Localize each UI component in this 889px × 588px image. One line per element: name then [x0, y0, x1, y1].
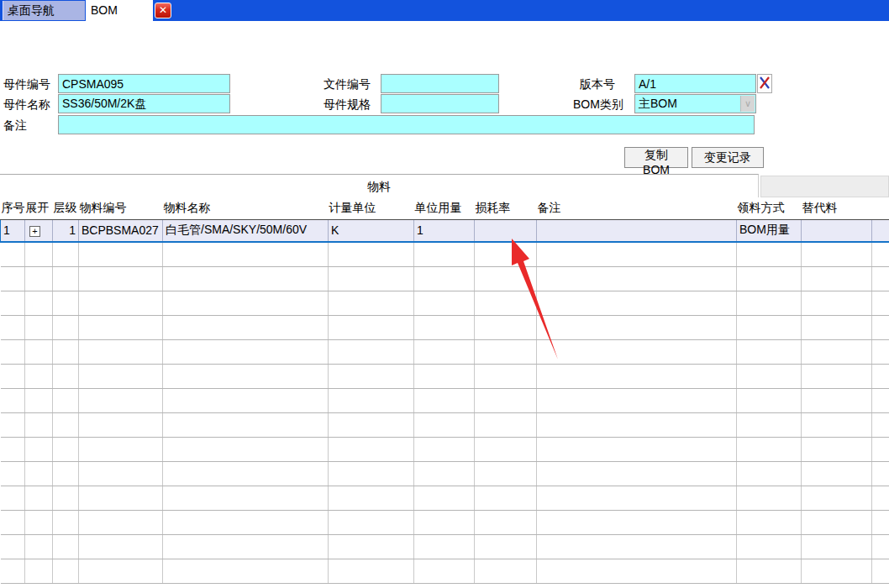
col-level[interactable]: 层级 [53, 197, 79, 219]
empty-grid-row[interactable] [1, 339, 889, 364]
cell-extra [872, 219, 889, 242]
cell-remark [537, 219, 737, 242]
version-lookup-button[interactable] [757, 74, 772, 93]
cell-expand: + [25, 219, 53, 242]
col-loss-rate[interactable]: 损耗率 [475, 197, 537, 219]
materials-table: 序号 展开 层级 物料编号 物料名称 计量单位 单位用量 损耗率 备注 领料方式… [0, 197, 889, 584]
col-expand[interactable]: 展开 [25, 197, 53, 219]
parent-code-input[interactable] [58, 74, 230, 93]
bom-page: 桌面导航 BOM ✕ 母件编号 母件名称 备注 文件编号 母件规格 版本号 BO… [0, 0, 889, 588]
empty-grid-row[interactable] [1, 559, 889, 583]
tab-bom[interactable]: BOM [86, 0, 153, 21]
col-unit[interactable]: 计量单位 [329, 197, 414, 219]
cell-substitute [802, 219, 872, 242]
tab-bar: 桌面导航 BOM ✕ [0, 0, 889, 21]
materials-group-header: 物料 [0, 174, 759, 197]
cell-unit: K [329, 219, 414, 242]
empty-grid-row[interactable] [1, 266, 889, 291]
empty-grid-row[interactable] [1, 486, 889, 510]
doc-no-label: 文件编号 [324, 77, 371, 92]
empty-grid-row[interactable] [1, 437, 889, 461]
bom-type-value: 主BOM [639, 97, 677, 110]
cell-unit-qty: 1 [414, 219, 475, 242]
empty-grid-row[interactable] [1, 388, 889, 412]
table-row[interactable]: 1 + 1 BCPBSMA027 白毛管/SMA/SKY/50M/60V K 1… [1, 219, 889, 242]
parent-spec-input[interactable] [381, 94, 499, 113]
empty-grid-row[interactable] [1, 510, 889, 534]
bom-type-select[interactable]: 主BOM ∨ [634, 94, 756, 113]
col-seq[interactable]: 序号 [1, 197, 25, 219]
col-substitute[interactable]: 替代料 [802, 197, 872, 219]
chevron-down-icon[interactable]: ∨ [740, 96, 755, 112]
col-pick-method[interactable]: 领料方式 [737, 197, 802, 219]
col-unit-qty[interactable]: 单位用量 [414, 197, 475, 219]
crossed-lines-icon [759, 76, 771, 90]
parent-name-label: 母件名称 [3, 97, 50, 113]
change-log-button[interactable]: 变更记录 [692, 147, 764, 168]
cell-pick-method: BOM用量 [737, 219, 802, 242]
empty-grid-row[interactable] [1, 412, 889, 437]
col-extra [872, 197, 889, 219]
empty-grid-row[interactable] [1, 291, 889, 315]
cell-material-code: BCPBSMA027 [79, 219, 163, 242]
col-remark[interactable]: 备注 [537, 197, 737, 219]
remark-label: 备注 [3, 118, 27, 134]
empty-grid-row[interactable] [1, 242, 889, 266]
close-tab-icon[interactable]: ✕ [155, 3, 171, 18]
cell-seq: 1 [1, 219, 25, 242]
col-material-name[interactable]: 物料名称 [163, 197, 329, 219]
bom-type-label: BOM类别 [573, 97, 623, 113]
expand-plus-icon[interactable]: + [29, 226, 40, 237]
cell-material-name: 白毛管/SMA/SKY/50M/60V [163, 219, 329, 242]
empty-grid-row[interactable] [1, 534, 889, 559]
group-header-right-panel [760, 176, 889, 197]
col-material-code[interactable]: 物料编号 [79, 197, 163, 219]
copy-bom-button[interactable]: 复制BOM [624, 147, 688, 168]
table-header-row: 序号 展开 层级 物料编号 物料名称 计量单位 单位用量 损耗率 备注 领料方式… [1, 197, 889, 219]
parent-name-input[interactable] [58, 94, 230, 113]
version-label: 版本号 [580, 77, 615, 92]
empty-grid-row[interactable] [1, 364, 889, 388]
empty-grid-row[interactable] [1, 315, 889, 339]
empty-grid-row[interactable] [1, 461, 889, 486]
parent-spec-label: 母件规格 [324, 97, 371, 113]
tab-desktop-nav[interactable]: 桌面导航 [3, 1, 85, 20]
remark-input[interactable] [58, 115, 755, 134]
version-input[interactable] [634, 74, 756, 93]
cell-loss-rate [475, 219, 537, 242]
parent-code-label: 母件编号 [3, 77, 50, 92]
cell-level: 1 [53, 219, 79, 242]
doc-no-input[interactable] [381, 74, 499, 93]
